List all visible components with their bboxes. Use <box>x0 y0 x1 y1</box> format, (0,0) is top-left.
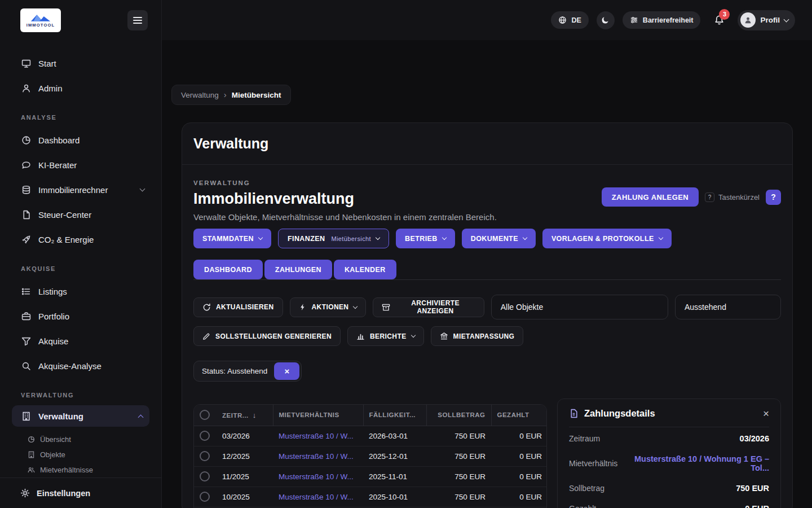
cell-target-amount: 750 EUR <box>426 446 491 466</box>
globe-icon <box>558 16 567 24</box>
gear-icon <box>20 488 30 498</box>
pencil-icon <box>202 332 210 340</box>
sidebar-subitem-mietverhaeltnisse[interactable]: Mietverhältnisse <box>0 462 161 478</box>
tab-kalender[interactable]: KALENDER <box>334 260 396 279</box>
reports-button[interactable]: BERICHTE <box>347 326 424 346</box>
row-radio[interactable] <box>200 492 210 502</box>
sidebar-subitem-label: Übersicht <box>40 435 71 444</box>
tenancy-link[interactable]: Musterstraße 10 / W... <box>279 432 354 440</box>
nav-button-label: VORLAGEN & PROTOKOLLE <box>551 235 654 243</box>
sidebar-subitem-uebersicht[interactable]: Übersicht <box>0 432 161 447</box>
objects-filter-select[interactable]: Alle Objekte <box>491 295 668 319</box>
nav-betrieb-button[interactable]: BETRIEB <box>396 229 455 248</box>
sidebar-item-steuer-center[interactable]: Steuer-Center <box>0 202 161 227</box>
sidebar-item-immobilienrechner[interactable]: Immobilienrechner <box>0 177 161 202</box>
cell-period: 11/2025 <box>217 466 273 487</box>
row-radio[interactable] <box>200 471 210 481</box>
tenancy-link[interactable]: Musterstraße 10 / W... <box>279 452 354 461</box>
sidebar-subitem-objekte[interactable]: Objekte <box>0 447 161 462</box>
chevron-right-icon: › <box>224 90 227 99</box>
nav-button-label: BETRIEB <box>405 235 438 243</box>
sidebar-item-ki-berater[interactable]: KI-Berater <box>0 152 161 177</box>
tab-dashboard[interactable]: DASHBOARD <box>193 260 263 279</box>
column-header-zeitraum[interactable]: ZEITR...↓ <box>217 405 273 426</box>
nav-dokumente-button[interactable]: DOKUMENTE <box>462 229 536 248</box>
refresh-button[interactable]: AKTUALISIEREN <box>193 297 283 317</box>
sidebar-item-verwaltung-active[interactable]: Verwaltung <box>12 405 149 427</box>
sidebar-subitem-label: Objekte <box>40 450 65 459</box>
table-row[interactable]: 10/2025 Musterstraße 10 / W... 2025-10-0… <box>194 487 547 507</box>
detail-label: Zeitraum <box>569 434 600 443</box>
accessibility-button[interactable]: Barrierefreiheit <box>623 11 701 29</box>
select-value: Ausstehend <box>685 303 726 312</box>
notification-badge: 3 <box>719 9 730 20</box>
close-icon[interactable]: × <box>763 408 769 419</box>
chevron-down-icon <box>784 16 789 22</box>
table-row[interactable]: 12/2025 Musterstraße 10 / W... 2025-12-0… <box>194 446 547 466</box>
sliders-icon <box>630 16 638 24</box>
nav-stammdaten-button[interactable]: STAMMDATEN <box>193 229 271 248</box>
cell-target-amount: 750 EUR <box>426 426 491 446</box>
cell-period: 10/2025 <box>217 487 273 507</box>
language-switcher[interactable]: DE <box>551 11 588 29</box>
tab-zahlungen[interactable]: ZAHLUNGEN <box>264 260 332 279</box>
column-header-mietverhaeltnis[interactable]: MIETVERHÄLTNIS <box>273 405 363 426</box>
show-archived-button[interactable]: ARCHIVIERTE ANZEIGEN <box>373 297 484 317</box>
nav-button-label: STAMMDATEN <box>202 235 254 243</box>
nav-finanzen-button[interactable]: FINANZEN Mietübersicht <box>278 229 389 248</box>
chevron-down-icon <box>442 235 446 240</box>
row-radio[interactable] <box>200 451 210 461</box>
shortcut-hint: ? Tastenkürzel <box>705 192 760 202</box>
rent-adjustment-button[interactable]: MIETANPASSUNG <box>431 326 524 346</box>
row-radio[interactable] <box>200 431 210 441</box>
help-button[interactable]: ? <box>766 190 781 205</box>
refresh-icon <box>202 303 211 312</box>
create-payment-button[interactable]: ZAHLUNG ANLEGEN <box>602 187 699 207</box>
column-header-faelligkeit[interactable]: FÄLLIGKEIT... <box>363 405 426 426</box>
sidebar-item-listings[interactable]: Listings <box>0 279 161 304</box>
sidebar-item-co2-energie[interactable]: CO₂ & Energie <box>0 227 161 252</box>
column-header-gezahlt[interactable]: GEZAHLT <box>491 405 547 426</box>
actions-button[interactable]: AKTIONEN <box>290 297 367 317</box>
sidebar-item-start[interactable]: Start <box>0 51 161 76</box>
detail-row: Gezahlt 0 EUR <box>569 500 769 508</box>
sidebar-item-portfolio[interactable]: Portfolio <box>0 304 161 329</box>
button-label: MIETANPASSUNG <box>453 332 515 340</box>
notifications-button[interactable]: 3 <box>708 10 730 30</box>
status-filter-select[interactable]: Ausstehend <box>675 295 781 319</box>
breadcrumb-parent[interactable]: Verwaltung <box>181 91 219 99</box>
detail-row: Sollbetrag 750 EUR <box>569 479 769 497</box>
cell-target-amount: 750 EUR <box>426 466 491 487</box>
remove-filter-button[interactable]: × <box>274 362 299 380</box>
nav-button-label: DOKUMENTE <box>471 235 518 243</box>
tenancy-link[interactable]: Musterstraße 10 / W... <box>279 493 354 501</box>
sidebar-item-dashboard[interactable]: Dashboard <box>0 128 161 152</box>
avatar <box>740 12 756 28</box>
profile-menu[interactable]: Profil <box>738 10 795 30</box>
column-header-sollbetrag[interactable]: SOLLBETRAG <box>426 405 491 426</box>
sort-desc-icon: ↓ <box>253 411 257 419</box>
pie-chart-icon <box>21 135 31 145</box>
cell-paid-amount: 0 EUR <box>491 487 547 507</box>
breadcrumb: Verwaltung › Mietübersicht <box>171 85 291 105</box>
table-row[interactable]: 11/2025 Musterstraße 10 / W... 2025-11-0… <box>194 466 547 487</box>
detail-value: 0 EUR <box>745 504 769 508</box>
panel-title: Zahlungsdetails <box>584 408 757 419</box>
sidebar-item-akquise-analyse[interactable]: Akquise-Analyse <box>0 353 161 378</box>
nav-vorlagen-button[interactable]: VORLAGEN & PROTOKOLLE <box>542 229 672 248</box>
select-all-radio[interactable] <box>200 410 210 420</box>
tenancy-link[interactable]: Musterstraße 10 / W... <box>279 472 354 481</box>
dark-mode-toggle[interactable] <box>597 11 615 29</box>
sidebar-item-einstellungen[interactable]: Einstellungen <box>0 478 161 508</box>
breadcrumb-current: Mietübersicht <box>232 91 281 99</box>
chevron-down-icon <box>523 235 527 240</box>
sidebar-toggle-button[interactable] <box>127 10 148 30</box>
sidebar-item-admin[interactable]: Admin <box>0 76 161 100</box>
tenancy-link[interactable]: Musterstraße 10 / Wohnung 1 EG – Tol... <box>617 454 769 472</box>
table-row[interactable]: 03/2026 Musterstraße 10 / W... 2026-03-0… <box>194 426 547 446</box>
sidebar-item-label: Admin <box>38 84 63 93</box>
chevron-down-icon <box>376 235 380 240</box>
app-logo[interactable]: IMMOTOOL <box>20 8 61 32</box>
sidebar-item-akquise[interactable]: Akquise <box>0 329 161 353</box>
generate-dues-button[interactable]: SOLLSTELLUNGEN GENERIEREN <box>193 326 341 346</box>
